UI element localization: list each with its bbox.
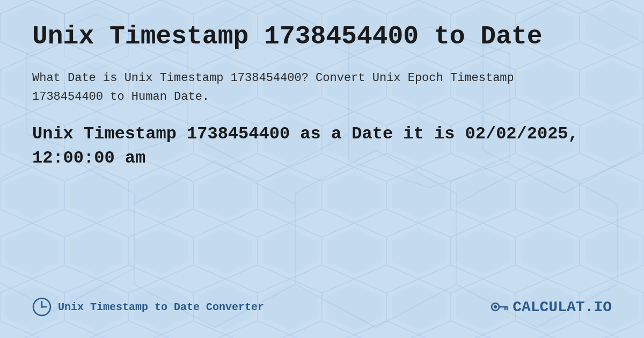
footer: Unix Timestamp to Date Converter CALCULA… xyxy=(32,286,612,317)
svg-point-23 xyxy=(494,305,497,308)
svg-point-18 xyxy=(41,306,43,308)
result-section: Unix Timestamp 1738454400 as a Date it i… xyxy=(32,122,612,171)
page-description: What Date is Unix Timestamp 1738454400? … xyxy=(32,69,515,106)
calculat-logo: CALCULAT.IO xyxy=(490,297,612,317)
page-content: Unix Timestamp 1738454400 to Date What D… xyxy=(0,0,644,338)
footer-left: Unix Timestamp to Date Converter xyxy=(32,297,264,317)
page-title: Unix Timestamp 1738454400 to Date xyxy=(32,21,612,53)
result-text: Unix Timestamp 1738454400 as a Date it i… xyxy=(32,122,612,171)
logo-icon xyxy=(490,297,509,317)
logo-text: CALCULAT.IO xyxy=(513,299,612,315)
clock-icon xyxy=(32,297,52,317)
footer-link[interactable]: Unix Timestamp to Date Converter xyxy=(58,301,264,313)
